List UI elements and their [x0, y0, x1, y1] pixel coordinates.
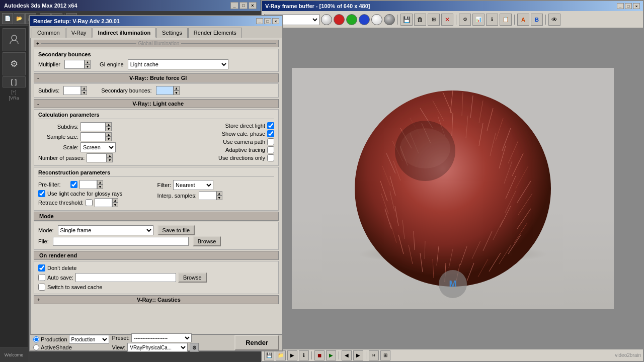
pixel-info-btn[interactable]: ℹ	[486, 14, 498, 26]
subdivs-down[interactable]: ▼	[106, 127, 112, 131]
fb-minimize[interactable]: _	[617, 3, 624, 9]
fb-stop[interactable]: ◼	[314, 350, 325, 360]
fb-close[interactable]: ×	[633, 3, 640, 9]
retrace-input[interactable]: 1,0	[95, 198, 112, 207]
bf-secondary-up[interactable]: ▲	[174, 86, 180, 90]
use-directions-checkbox[interactable]	[267, 154, 274, 161]
mode-select[interactable]: Single frame Fly-through From file	[58, 225, 153, 235]
bf-subdivs-down[interactable]: ▼	[81, 90, 87, 95]
render-button[interactable]: Render	[234, 335, 279, 350]
tab-indirect[interactable]: Indirect illumination	[93, 28, 156, 38]
pre-filter-up[interactable]: ▲	[97, 180, 103, 185]
multiplier-up[interactable]: ▲	[85, 60, 91, 64]
retrace-up[interactable]: ▲	[112, 198, 118, 203]
view-options-btn[interactable]: 👁	[548, 14, 560, 26]
green-channel-btn[interactable]	[346, 14, 357, 25]
dialog-minimize[interactable]: _	[256, 18, 263, 24]
production-radio[interactable]	[33, 336, 39, 342]
retrace-checkbox[interactable]	[86, 199, 93, 206]
channel-a-btn[interactable]: A	[517, 14, 529, 26]
blue-channel-btn[interactable]	[359, 14, 370, 25]
fb-prev[interactable]: ◀	[342, 350, 352, 360]
fb-last[interactable]: H	[369, 350, 379, 360]
srgb-btn[interactable]	[321, 14, 332, 25]
auto-save-browse-btn[interactable]: Browse	[178, 273, 207, 283]
clear-btn[interactable]: 🗑	[414, 14, 426, 26]
preset-select[interactable]: --------------------	[131, 333, 192, 342]
tab-common[interactable]: Common	[32, 28, 65, 38]
channel-b-btn[interactable]: B	[531, 14, 543, 26]
tab-vray[interactable]: V-Ray	[66, 28, 92, 38]
maximize-btn[interactable]: □	[239, 2, 248, 9]
pre-filter-checkbox[interactable]	[70, 181, 77, 188]
gi-section-header[interactable]: + Global illumination	[34, 40, 279, 47]
welcome-tab[interactable]: Welcome	[0, 348, 28, 362]
adaptive-checkbox[interactable]	[267, 146, 274, 153]
red-channel-btn[interactable]	[334, 14, 345, 25]
view-icon-btn[interactable]: ⚙	[190, 343, 199, 352]
mono-btn[interactable]	[384, 14, 395, 25]
subdivs-input[interactable]: 2000	[80, 122, 106, 131]
color-correct-btn[interactable]: ⚙	[459, 14, 471, 26]
passes-input[interactable]: 16	[87, 153, 107, 162]
sidebar-icon-2[interactable]: ⚙	[3, 52, 26, 75]
minimize-btn[interactable]: _	[230, 2, 238, 9]
store-direct-checkbox[interactable]	[267, 122, 274, 129]
sample-size-down[interactable]: ▼	[106, 137, 112, 141]
stop-render-btn[interactable]: ✕	[441, 14, 453, 26]
activeshade-radio[interactable]	[33, 344, 39, 350]
filter-select[interactable]: Nearest Fixed None	[173, 180, 213, 190]
production-select[interactable]: Production	[69, 335, 109, 344]
interp-up[interactable]: ▲	[216, 191, 222, 196]
history-btn[interactable]: 📋	[500, 14, 512, 26]
new-btn[interactable]: 📄	[2, 13, 13, 24]
lut-btn[interactable]: 📊	[472, 14, 485, 26]
scale-select[interactable]: Screen World	[80, 142, 116, 152]
auto-save-checkbox[interactable]	[38, 274, 45, 281]
tab-render-elements[interactable]: Render Elements	[188, 28, 242, 38]
file-input[interactable]	[53, 237, 189, 246]
gi-engine-select[interactable]: Light cache None Photon map Irradiance m…	[128, 59, 228, 69]
switch-cache-checkbox[interactable]	[38, 284, 45, 291]
alpha-channel-btn[interactable]	[371, 14, 382, 25]
dialog-close[interactable]: ×	[272, 18, 279, 24]
fb-maximize[interactable]: □	[625, 3, 632, 9]
use-glossy-checkbox[interactable]	[38, 190, 45, 197]
caustics-header[interactable]: + V-Ray:: Caustics	[34, 295, 279, 304]
fb-status-folder[interactable]: 📁	[276, 350, 286, 360]
retrace-down[interactable]: ▼	[112, 203, 118, 207]
use-camera-checkbox[interactable]	[267, 138, 274, 145]
file-browse-btn[interactable]: Browse	[193, 236, 221, 246]
view-select[interactable]: VRayPhysicalCa...	[127, 343, 188, 352]
fb-next[interactable]: ▶	[353, 350, 363, 360]
passes-up[interactable]: ▲	[107, 153, 113, 158]
dialog-maximize[interactable]: □	[264, 18, 271, 24]
fb-status-info[interactable]: ℹ	[299, 350, 309, 360]
open-btn[interactable]: 📂	[14, 13, 25, 24]
multiplier-input[interactable]: 1,0	[64, 60, 85, 69]
bf-subdivs-up[interactable]: ▲	[81, 86, 87, 90]
interp-down[interactable]: ▼	[216, 196, 222, 200]
bf-secondary-down[interactable]: ▼	[174, 90, 180, 95]
fb-status-save[interactable]: 💾	[264, 350, 274, 360]
pre-filter-input[interactable]: 50	[79, 180, 97, 189]
sidebar-icon-1[interactable]	[3, 28, 26, 51]
save-to-file-btn[interactable]: Save to file	[157, 225, 195, 235]
fb-cursor[interactable]: ⊞	[380, 350, 390, 360]
fb-status-render[interactable]: ▶	[287, 350, 297, 360]
show-calc-checkbox[interactable]	[267, 130, 274, 137]
save-image-btn[interactable]: 💾	[400, 14, 413, 26]
subdivs-up[interactable]: ▲	[106, 122, 112, 127]
close-btn[interactable]: ×	[249, 2, 257, 9]
fb-pause[interactable]: ▶	[326, 350, 336, 360]
bf-secondary-input[interactable]: 3	[156, 86, 174, 95]
brute-force-header[interactable]: - V-Ray:: Brute force GI	[34, 73, 279, 82]
sample-size-up[interactable]: ▲	[106, 132, 112, 137]
dont-delete-checkbox[interactable]	[38, 264, 45, 272]
sidebar-icon-3[interactable]: [ ]	[3, 76, 26, 87]
light-cache-header[interactable]: - V-Ray:: Light cache	[34, 99, 279, 108]
pre-filter-down[interactable]: ▼	[97, 185, 103, 189]
sample-size-input[interactable]: 0,02	[80, 132, 106, 141]
multiplier-down[interactable]: ▼	[85, 64, 91, 69]
render-end-header[interactable]: On render end	[34, 251, 279, 260]
